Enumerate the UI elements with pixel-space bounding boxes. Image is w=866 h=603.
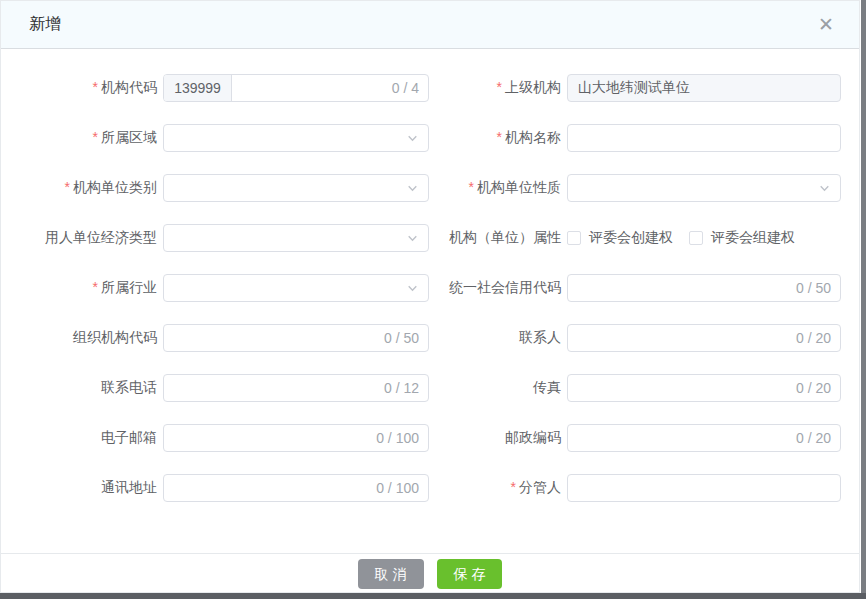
contact-phone-input[interactable]: 0 / 12 [163,374,429,402]
org-unit-nature-select[interactable] [567,174,841,202]
parent-org-input: 山大地纬测试单位 [567,74,841,102]
required-asterisk: * [93,129,98,145]
contact-person-input[interactable]: 0 / 20 [567,324,841,352]
field-label-postal-code: 邮政编码 [429,429,567,447]
org-code-input[interactable]: 139999 0 / 4 [163,74,429,102]
required-asterisk: * [497,129,502,145]
field-label-org-unit-category: *机构单位类别 [1,179,163,197]
dialog-title: 新增 [29,14,61,35]
field-label-contact-person: 联系人 [429,329,567,347]
checkbox-label: 评委会组建权 [711,229,795,247]
screen: 新增 ✕ *机构代码 139999 0 / 4 *上级机构 山大地纬测试单位 *… [0,0,866,603]
field-label-org-code: *机构代码 [1,79,163,97]
email-input[interactable]: 0 / 100 [163,424,429,452]
mailing-address-input[interactable]: 0 / 100 [163,474,429,502]
char-counter: 0 / 12 [384,380,428,396]
checkbox-icon [689,231,703,245]
org-unit-attribute-group: 评委会创建权 评委会组建权 [567,224,841,252]
field-label-org-structure-code: 组织机构代码 [1,329,163,347]
checkbox-label: 评委会创建权 [589,229,673,247]
industry-select[interactable] [163,274,429,302]
required-asterisk: * [497,79,502,95]
field-label-email: 电子邮箱 [1,429,163,447]
parent-org-value: 山大地纬测试单位 [568,79,690,97]
close-icon[interactable]: ✕ [818,15,834,34]
chevron-down-icon [406,282,419,295]
employer-economic-type-select[interactable] [163,224,429,252]
field-label-contact-phone: 联系电话 [1,379,163,397]
window-edge-bottom [0,593,866,599]
dialog-header: 新增 ✕ [1,1,859,49]
org-unit-category-select[interactable] [163,174,429,202]
org-structure-code-input[interactable]: 0 / 50 [163,324,429,352]
org-code-prefix: 139999 [164,75,232,101]
chevron-down-icon [406,182,419,195]
checkbox-jury-create-right[interactable]: 评委会创建权 [567,229,673,247]
required-asterisk: * [93,279,98,295]
save-button[interactable]: 保 存 [437,559,503,589]
field-label-org-unit-attribute: 机构（单位）属性 [429,229,567,247]
cancel-button[interactable]: 取 消 [358,559,424,589]
char-counter: 0 / 20 [796,430,840,446]
required-asterisk: * [469,179,474,195]
char-counter: 0 / 20 [796,380,840,396]
org-name-input[interactable] [567,124,841,152]
field-label-employer-economic-type: 用人单位经济类型 [1,229,163,247]
dialog-footer: 取 消 保 存 [1,554,859,589]
required-asterisk: * [93,79,98,95]
window-edge-right [861,0,866,599]
field-label-parent-org: *上级机构 [429,79,567,97]
chevron-down-icon [406,132,419,145]
dialog-body: *机构代码 139999 0 / 4 *上级机构 山大地纬测试单位 *所属区域 … [1,49,859,589]
required-asterisk: * [65,179,70,195]
field-label-person-in-charge: *分管人 [429,479,567,497]
dialog-new-organization: 新增 ✕ *机构代码 139999 0 / 4 *上级机构 山大地纬测试单位 *… [0,0,860,593]
unified-social-credit-code-input[interactable]: 0 / 50 [567,274,841,302]
chevron-down-icon [818,182,831,195]
char-counter: 0 / 100 [376,480,428,496]
field-label-mailing-address: 通讯地址 [1,479,163,497]
form-grid: *机构代码 139999 0 / 4 *上级机构 山大地纬测试单位 *所属区域 … [1,74,859,502]
char-counter: 0 / 4 [392,80,428,96]
required-asterisk: * [511,479,516,495]
field-label-region: *所属区域 [1,129,163,147]
postal-code-input[interactable]: 0 / 20 [567,424,841,452]
fax-input[interactable]: 0 / 20 [567,374,841,402]
checkbox-jury-form-right[interactable]: 评委会组建权 [689,229,795,247]
char-counter: 0 / 20 [796,330,840,346]
char-counter: 0 / 50 [384,330,428,346]
char-counter: 0 / 100 [376,430,428,446]
field-label-org-name: *机构名称 [429,129,567,147]
field-label-industry: *所属行业 [1,279,163,297]
char-counter: 0 / 50 [796,280,840,296]
region-select[interactable] [163,124,429,152]
field-label-org-unit-nature: *机构单位性质 [429,179,567,197]
chevron-down-icon [406,232,419,245]
checkbox-icon [567,231,581,245]
field-label-fax: 传真 [429,379,567,397]
field-label-unified-social-credit-code: 统一社会信用代码 [429,279,567,297]
person-in-charge-input[interactable] [567,474,841,502]
